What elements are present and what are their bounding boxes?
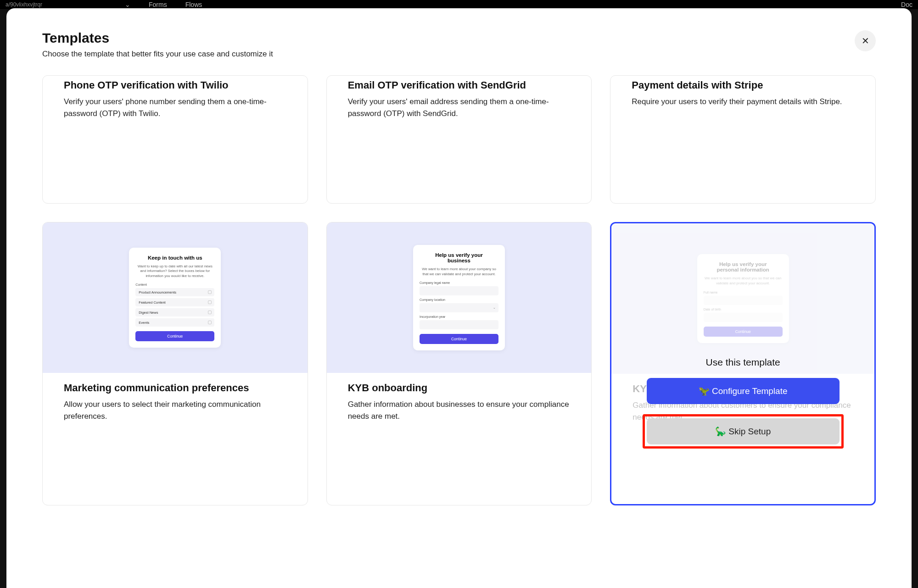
template-card-stripe[interactable]: Payment details with Stripe Require your…	[610, 75, 876, 204]
preview-heading: Help us verify your business	[420, 252, 498, 263]
preview-continue-button: Continue	[420, 334, 498, 344]
close-button[interactable]: ✕	[855, 30, 876, 51]
nav-forms[interactable]: Forms	[149, 1, 167, 8]
nav-docs[interactable]: Doc	[901, 1, 912, 8]
modal-title: Templates	[42, 30, 273, 46]
preview-input	[420, 286, 498, 295]
template-card-marketing[interactable]: Keep in touch with us Want to keep up to…	[42, 222, 308, 505]
preview-heading: Keep in touch with us	[135, 255, 214, 261]
card-title: Phone OTP verification with Twilio	[64, 79, 286, 91]
checkbox-icon	[208, 300, 212, 304]
preview-input	[420, 320, 498, 329]
preview-subtext: We want to learn more about your company…	[420, 267, 498, 277]
preview-form: Keep in touch with us Want to keep up to…	[129, 248, 221, 348]
background-nav: a/90vlixhxvjtrqr ⌄ Forms Flows Doc	[0, 0, 918, 9]
card-title: KYB onboarding	[348, 382, 571, 394]
modal-subtitle: Choose the template that better fits you…	[42, 50, 273, 59]
chevron-down-icon: ⌄	[493, 306, 496, 310]
card-description: Gather information about businesses to e…	[348, 399, 571, 422]
checkbox-icon	[208, 311, 212, 314]
overlay-title: Use this template	[706, 357, 780, 368]
card-description: Verify your users' phone number sending …	[64, 96, 286, 119]
template-card-kyc[interactable]: Help us verify your personal information…	[610, 222, 876, 505]
preview-field-label: Company legal name	[420, 281, 498, 284]
card-description: Require your users to verify their payme…	[632, 96, 854, 108]
checkbox-icon	[208, 290, 212, 294]
templates-modal: Templates Choose the template that bette…	[6, 8, 912, 588]
card-title: Payment details with Stripe	[632, 79, 854, 91]
card-preview: Keep in touch with us Want to keep up to…	[43, 222, 308, 373]
nav-flows[interactable]: Flows	[185, 1, 202, 8]
bg-breadcrumb: a/90vlixhxvjtrqr	[6, 1, 42, 8]
checkbox-icon	[208, 321, 212, 324]
preview-select: ⌄	[420, 303, 498, 312]
card-preview: Help us verify your business We want to …	[327, 222, 592, 373]
card-description: Allow your users to select their marketi…	[64, 399, 286, 422]
card-title: Marketing communication preferences	[64, 382, 286, 394]
preview-option: Digest News	[135, 308, 214, 316]
preview-field-label: Company location	[420, 298, 498, 301]
preview-field-label: Incorporation year	[420, 315, 498, 318]
preview-continue-button: Continue	[135, 331, 214, 341]
card-title: Email OTP verification with SendGrid	[348, 79, 571, 91]
template-card-email-otp[interactable]: Email OTP verification with SendGrid Ver…	[326, 75, 592, 204]
template-overlay: Use this template 🦖 Configure Template 🦕…	[611, 223, 874, 504]
close-icon: ✕	[862, 35, 869, 46]
template-card-phone-otp[interactable]: Phone OTP verification with Twilio Verif…	[42, 75, 308, 204]
skip-setup-highlight: 🦕 Skip Setup	[643, 414, 844, 449]
preview-option: Featured Content	[135, 298, 214, 306]
preview-section-label: Content	[135, 283, 214, 286]
configure-template-button[interactable]: 🦖 Configure Template	[647, 378, 840, 404]
preview-option: Events	[135, 318, 214, 327]
preview-option: Product Announcements	[135, 288, 214, 296]
skip-setup-button[interactable]: 🦕 Skip Setup	[647, 418, 840, 444]
preview-subtext: Want to keep up to date with all our lat…	[135, 264, 214, 279]
card-description: Verify your users' email address sending…	[348, 96, 571, 119]
preview-form: Help us verify your business We want to …	[413, 245, 505, 350]
chevron-down-icon: ⌄	[125, 1, 130, 8]
template-card-kyb[interactable]: Help us verify your business We want to …	[326, 222, 592, 505]
